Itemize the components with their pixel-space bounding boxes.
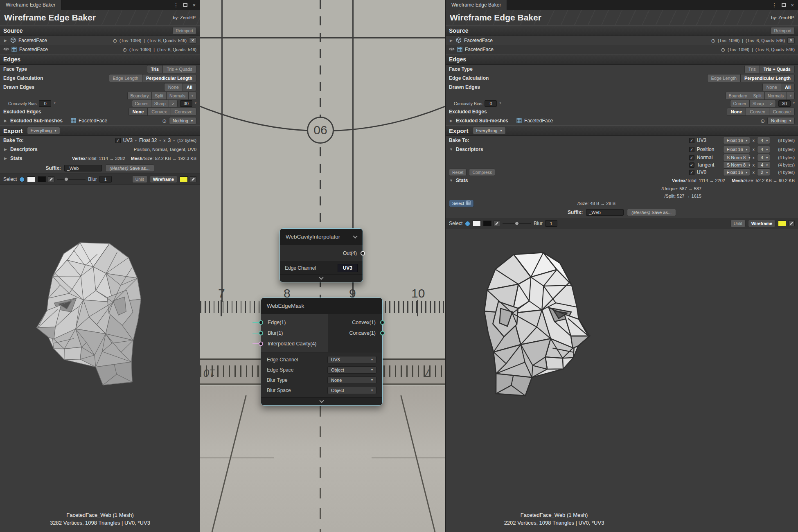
perpendicular-length-button[interactable]: Perpendicular Length: [740, 74, 795, 82]
unlit-button[interactable]: Unlit: [132, 176, 147, 183]
save-meshes-button[interactable]: (Meshes) Save as...: [627, 209, 676, 216]
normals-button[interactable]: Normals: [166, 92, 189, 100]
color-swatch-white[interactable]: [473, 221, 481, 226]
sharp-angle-field[interactable]: 30: [778, 100, 791, 107]
blur-field[interactable]: 1: [545, 220, 557, 227]
color-swatch-black[interactable]: [483, 221, 491, 226]
face-type-quads-button[interactable]: Tris + Quads: [760, 65, 795, 73]
eyedropper-icon[interactable]: [48, 176, 54, 182]
eyedropper-icon[interactable]: [788, 221, 795, 226]
maximize-icon[interactable]: [183, 3, 187, 7]
edge-channel-dropdown[interactable]: UV3▾: [327, 356, 376, 363]
output-port-out4[interactable]: [361, 251, 365, 256]
color-swatch-black[interactable]: [38, 176, 46, 182]
eye-icon[interactable]: [449, 46, 455, 53]
foldout-icon[interactable]: ▶: [3, 156, 8, 160]
remove-source-button[interactable]: ×: [787, 37, 795, 44]
source-mesh-name[interactable]: FacetedFace: [465, 47, 494, 52]
reset-button[interactable]: Reset: [449, 169, 467, 176]
descriptor-format-dropdown[interactable]: S Norm 8▾: [723, 161, 750, 169]
sharp-button[interactable]: Sharp: [151, 100, 169, 107]
sharp-button[interactable]: Sharp: [749, 100, 767, 107]
descriptor-count-dropdown[interactable]: 2▾: [757, 169, 770, 176]
blur-type-dropdown[interactable]: None▾: [327, 376, 376, 384]
descriptor-checkbox[interactable]: ✓: [689, 162, 694, 168]
input-port-interpolated-cavity[interactable]: [259, 342, 263, 346]
target-icon[interactable]: ⊙: [113, 38, 117, 43]
window-tab[interactable]: Wireframe Edge Baker: [0, 0, 61, 10]
eye-icon[interactable]: [3, 46, 9, 53]
corner-button[interactable]: Corner: [730, 100, 750, 107]
excluded-convex-button[interactable]: Convex: [746, 108, 769, 116]
export-mode-dropdown[interactable]: Everything▾: [473, 127, 506, 134]
foldout-icon[interactable]: ▶: [3, 119, 8, 123]
bake-channel-checkbox[interactable]: ✓: [115, 138, 121, 143]
bake-format-dropdown[interactable]: Float 16▾: [723, 137, 750, 144]
split-button[interactable]: Split: [151, 92, 166, 100]
save-meshes-button[interactable]: (Meshes) Save as...: [105, 165, 154, 172]
graph-viewport[interactable]: 06 7 8 9 10 10 9 8 7 WebCavityInterpolat…: [200, 0, 445, 532]
select-color-dot[interactable]: [465, 221, 470, 226]
reimport-button[interactable]: Reimport: [771, 27, 795, 34]
slider-handle[interactable]: [515, 221, 519, 225]
descriptor-count-dropdown[interactable]: 4▾: [757, 146, 770, 153]
eyedropper-icon[interactable]: [190, 176, 196, 182]
drawn-all-button[interactable]: All: [781, 83, 795, 91]
submesh-dropdown[interactable]: Nothing▾: [169, 117, 196, 124]
descriptor-checkbox[interactable]: ✓: [689, 147, 694, 152]
submesh-dropdown[interactable]: Nothing▾: [767, 117, 795, 124]
edge-channel-field[interactable]: UV3: [338, 264, 358, 272]
edge-length-button[interactable]: Edge Length: [109, 74, 142, 82]
source-mesh-name[interactable]: FacetedFace: [19, 47, 48, 52]
node-webedgemask[interactable]: WebEdgeMask Edge(1) Blur(1) Interpolated…: [261, 298, 383, 406]
descriptor-checkbox[interactable]: ✓: [689, 155, 694, 160]
node-expand-footer[interactable]: [261, 397, 382, 405]
sharp-angle-field[interactable]: 30: [180, 100, 192, 107]
slider-handle[interactable]: [64, 177, 68, 181]
input-port-blur[interactable]: [259, 331, 263, 336]
target-icon[interactable]: ⊙: [162, 118, 167, 124]
face-type-quads-button[interactable]: Tris + Quads: [162, 65, 196, 73]
unlit-button[interactable]: Unlit: [730, 220, 746, 227]
excluded-convex-button[interactable]: Convex: [147, 108, 171, 116]
maximize-icon[interactable]: [782, 3, 786, 7]
export-mode-dropdown[interactable]: Everything▾: [27, 127, 60, 134]
color-swatch-white[interactable]: [27, 176, 35, 182]
compress-button[interactable]: Compress: [469, 169, 495, 176]
node-header[interactable]: WebEdgeMask: [261, 298, 382, 314]
descriptor-count-dropdown[interactable]: 4▾: [757, 161, 770, 169]
target-icon[interactable]: ⊙: [711, 38, 715, 43]
bake-count-dropdown[interactable]: 3: [168, 138, 171, 143]
kebab-menu-icon[interactable]: ⋮: [771, 2, 777, 8]
face-type-tris-button[interactable]: Tris: [147, 65, 163, 73]
foldout-icon[interactable]: ▶: [449, 38, 453, 43]
foldout-icon[interactable]: ▼: [449, 147, 453, 151]
descriptor-format-dropdown[interactable]: Float 16▾: [723, 146, 750, 153]
drawn-all-button[interactable]: All: [183, 83, 196, 91]
excluded-concave-button[interactable]: Concave: [171, 108, 196, 116]
edge-length-button[interactable]: Edge Length: [707, 74, 741, 82]
chevron-down-icon[interactable]: [353, 234, 357, 238]
descriptor-checkbox[interactable]: ✓: [689, 170, 694, 175]
color-swatch-yellow[interactable]: [778, 221, 786, 226]
blur-slider[interactable]: [503, 221, 531, 226]
concavity-bias-field[interactable]: 0: [39, 100, 51, 107]
blur-slider[interactable]: [57, 176, 86, 182]
target-icon[interactable]: ⊙: [760, 118, 765, 124]
greater-than-button[interactable]: >: [169, 100, 178, 107]
descriptor-format-dropdown[interactable]: S Norm 8▾: [723, 154, 750, 161]
boundary-button[interactable]: Boundary: [726, 92, 751, 100]
normals-dropdown-arrow[interactable]: ▾: [787, 92, 795, 100]
foldout-icon[interactable]: ▶: [3, 147, 8, 151]
suffix-field[interactable]: _Web: [586, 209, 624, 216]
node-header[interactable]: WebCavityInterpolator: [280, 229, 363, 245]
perpendicular-length-button[interactable]: Perpendicular Length: [142, 74, 196, 82]
kebab-menu-icon[interactable]: ⋮: [173, 2, 178, 8]
stats-select-button[interactable]: Select: [449, 200, 474, 207]
greater-than-button[interactable]: >: [767, 100, 776, 107]
output-port-convex[interactable]: [380, 320, 385, 325]
descriptor-format-dropdown[interactable]: Float 16▾: [723, 169, 750, 176]
source-object-name[interactable]: FacetedFace: [464, 38, 493, 43]
bake-count-dropdown[interactable]: 4▾: [757, 137, 770, 144]
remove-source-button[interactable]: ×: [189, 37, 196, 44]
